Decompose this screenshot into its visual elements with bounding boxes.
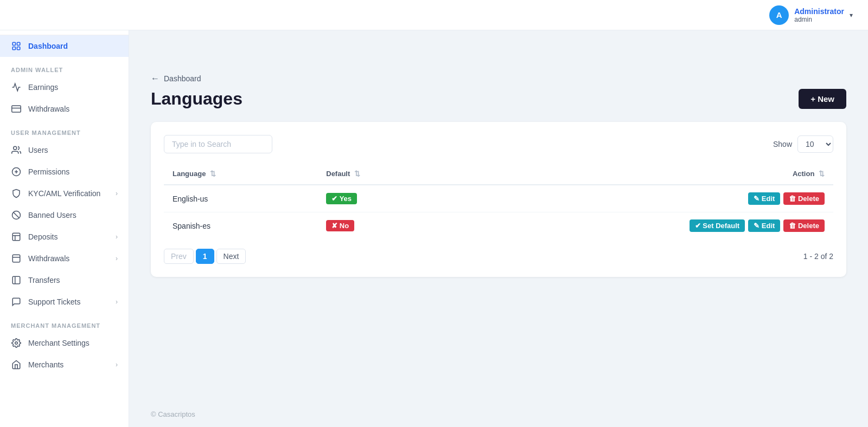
pagination-area: Prev 1 Next 1 - 2 of 2 [164, 249, 833, 264]
cell-action: ✔ Set Default ✎ Edit 🗑 Delete [448, 212, 833, 240]
sidebar-item-label: KYC/AML Verification [28, 189, 100, 198]
show-select-area: Show 10 25 50 100 [773, 135, 833, 153]
ban-icon [11, 210, 22, 221]
table-toolbar: Show 10 25 50 100 [164, 135, 833, 153]
breadcrumb-link[interactable]: Dashboard [164, 74, 201, 83]
svg-point-23 [15, 342, 18, 345]
main-content: ← Dashboard Languages + New Show 10 25 5… [129, 61, 868, 402]
table-row: English-us ✔ Yes ✎ Edit 🗑 Delete [164, 185, 833, 212]
action-group: ✎ Edit 🗑 Delete [456, 192, 825, 205]
action-group: ✔ Set Default ✎ Edit 🗑 Delete [456, 219, 825, 232]
user-name: Administrator [794, 7, 844, 16]
sort-icon[interactable]: ⇅ [354, 170, 360, 178]
user-info: Administrator admin [794, 7, 844, 23]
sidebar-item-label: Withdrawals [28, 254, 69, 263]
transfers-icon [11, 275, 22, 286]
edit-button[interactable]: ✎ Edit [748, 192, 780, 205]
badge-yes: ✔ Yes [326, 193, 357, 204]
avatar: A [769, 5, 789, 25]
chart-icon [11, 82, 22, 93]
sidebar-item-deposits[interactable]: Deposits › [0, 226, 129, 248]
page-1-button[interactable]: 1 [196, 249, 214, 264]
svg-rect-21 [12, 276, 20, 284]
badge-no: ✘ No [326, 220, 354, 231]
section-label-merchant-management: MERCHANT MANAGEMENT [0, 313, 129, 332]
page-title: Languages [151, 89, 242, 109]
sidebar-item-withdrawals-user[interactable]: Withdrawals › [0, 248, 129, 269]
col-action: Action ⇅ [448, 163, 833, 185]
page-info: 1 - 2 of 2 [803, 252, 833, 261]
chevron-down-icon: ▾ [850, 11, 853, 19]
chevron-right-icon: › [116, 255, 118, 262]
sidebar-item-merchants[interactable]: Merchants › [0, 354, 129, 376]
svg-rect-16 [12, 233, 20, 241]
svg-rect-5 [17, 42, 20, 45]
sidebar-item-permissions[interactable]: Permissions [0, 161, 129, 183]
sidebar-item-label: Earnings [28, 83, 58, 92]
delete-button[interactable]: 🗑 Delete [783, 219, 825, 232]
chevron-right-icon: › [116, 190, 118, 197]
pagination: Prev 1 Next [164, 249, 246, 264]
section-label-admin-wallet: ADMIN WALLET [0, 57, 129, 76]
topbar: A Administrator admin ▾ [0, 0, 868, 30]
chevron-right-icon: › [116, 233, 118, 241]
show-select[interactable]: 10 25 50 100 [797, 135, 833, 153]
merchant-settings-icon [11, 338, 22, 348]
sidebar-item-label: Transfers [28, 276, 60, 284]
sidebar-item-earnings[interactable]: Earnings [0, 76, 129, 98]
delete-button[interactable]: 🗑 Delete [783, 192, 825, 205]
table-row: Spanish-es ✘ No ✔ Set Default ✎ Edit 🗑 D… [164, 212, 833, 240]
set-default-button[interactable]: ✔ Set Default [690, 219, 745, 232]
chevron-right-icon: › [116, 298, 118, 306]
svg-rect-7 [17, 47, 20, 50]
svg-rect-19 [12, 255, 20, 262]
languages-table: Language ⇅ Default ⇅ Action ⇅ [164, 163, 833, 239]
footer-text: © Casacriptos [151, 410, 195, 418]
sidebar-item-withdrawals-admin[interactable]: Withdrawals [0, 98, 129, 120]
svg-line-15 [14, 212, 20, 218]
svg-rect-4 [12, 42, 15, 45]
sidebar-item-dashboard[interactable]: Dashboard [0, 35, 129, 57]
kyc-icon [11, 188, 22, 199]
edit-button[interactable]: ✎ Edit [748, 219, 780, 232]
chevron-right-icon: › [116, 361, 118, 368]
sidebar-item-transfers[interactable]: Transfers [0, 269, 129, 291]
sidebar-item-label: Users [28, 146, 48, 154]
support-icon [11, 296, 22, 307]
languages-card: Show 10 25 50 100 Language ⇅ [151, 122, 846, 277]
sidebar-item-users[interactable]: Users [0, 139, 129, 161]
search-input[interactable] [164, 135, 272, 153]
sidebar-item-merchant-settings[interactable]: Merchant Settings [0, 332, 129, 354]
show-label: Show [773, 140, 792, 148]
sidebar-item-label: Permissions [28, 167, 69, 176]
sidebar-item-kyc[interactable]: KYC/AML Verification › [0, 183, 129, 204]
page-header: Languages + New [151, 89, 846, 109]
sidebar-item-label: Merchant Settings [28, 339, 90, 347]
sidebar-item-label: Withdrawals [28, 105, 69, 113]
permissions-icon [11, 166, 22, 177]
sidebar-item-support[interactable]: Support Tickets › [0, 291, 129, 313]
merchants-icon [11, 359, 22, 370]
cell-default: ✔ Yes [317, 185, 447, 212]
sort-icon[interactable]: ⇅ [819, 170, 825, 178]
cell-default: ✘ No [317, 212, 447, 240]
dashboard-icon [11, 41, 22, 51]
next-button[interactable]: Next [216, 249, 246, 264]
sidebar-item-label: Deposits [28, 232, 58, 241]
wallet-icon [11, 103, 22, 114]
withdrawals-icon [11, 253, 22, 264]
col-default: Default ⇅ [317, 163, 447, 185]
sidebar-item-label: Banned Users [28, 211, 76, 219]
sort-icon[interactable]: ⇅ [210, 170, 216, 178]
new-button[interactable]: + New [799, 89, 846, 109]
sidebar-item-banned-users[interactable]: Banned Users [0, 204, 129, 226]
section-label-user-management: USER MANAGEMENT [0, 120, 129, 139]
svg-rect-8 [12, 106, 21, 112]
user-role: admin [794, 16, 844, 23]
sidebar: CASACRIPTO Dashboard ADMIN WALLET Earnin… [0, 0, 129, 427]
sidebar-item-label: Merchants [28, 360, 63, 369]
back-arrow-icon[interactable]: ← [151, 74, 159, 83]
cell-language: Spanish-es [164, 212, 317, 240]
prev-button[interactable]: Prev [164, 249, 194, 264]
user-menu[interactable]: A Administrator admin ▾ [769, 5, 853, 25]
